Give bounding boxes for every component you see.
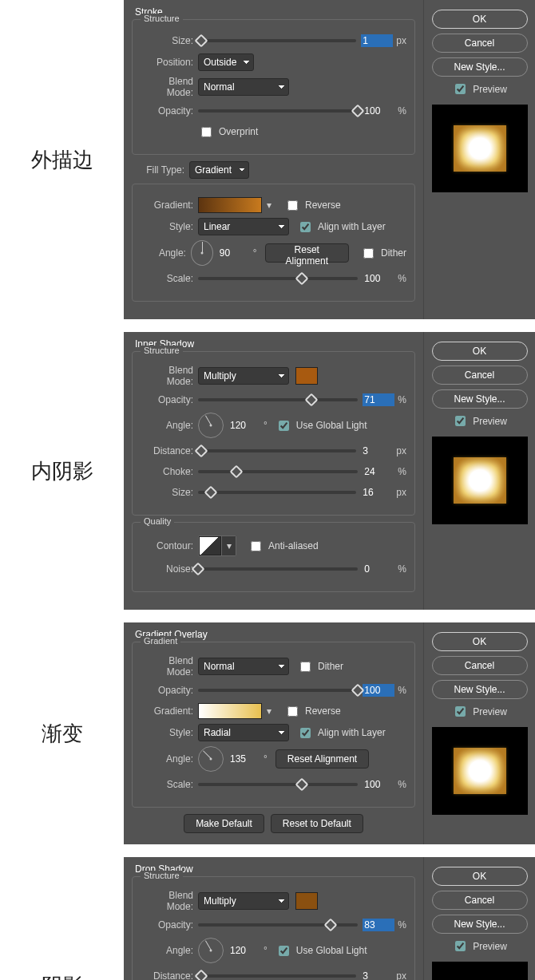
color-swatch[interactable] <box>295 892 318 910</box>
newstyle-button[interactable]: New Style... <box>432 680 528 699</box>
side-panel: OK Cancel New Style... Preview <box>423 0 535 319</box>
blendmode-select[interactable]: Multiply <box>198 892 289 910</box>
preview-checkbox[interactable]: Preview <box>424 413 535 429</box>
dither-checkbox[interactable]: Dither <box>360 246 406 261</box>
blendmode-select[interactable]: Normal <box>198 78 289 96</box>
cancel-button[interactable]: Cancel <box>432 891 528 910</box>
angle-dial[interactable] <box>198 413 224 438</box>
newstyle-button[interactable]: New Style... <box>432 915 528 934</box>
distance-input[interactable] <box>361 445 393 457</box>
choke-input[interactable] <box>363 465 394 478</box>
blendmode-select[interactable]: Multiply <box>198 367 289 385</box>
opacity-label: Opacity: <box>141 394 198 405</box>
style-label: Style: <box>141 221 198 232</box>
fieldset-legend: Structure <box>141 14 183 23</box>
opacity-input[interactable] <box>363 919 394 931</box>
size-input[interactable] <box>361 486 393 499</box>
inner-shadow-block: 内阴影 Inner Shadow Structure Blend Mode: M… <box>0 332 535 610</box>
angle-label: Angle: <box>141 420 198 431</box>
blendmode-label: Blend Mode: <box>141 655 198 678</box>
gradient-label: Gradient: <box>141 705 198 717</box>
cancel-button[interactable]: Cancel <box>432 34 528 53</box>
gradient-overlay-panel: Gradient Overlay Gradient Blend Mode: No… <box>124 622 423 844</box>
angle-dial[interactable] <box>198 938 224 963</box>
newstyle-button[interactable]: New Style... <box>432 57 528 77</box>
angle-input[interactable] <box>218 247 250 259</box>
cancel-button[interactable]: Cancel <box>432 366 528 385</box>
position-select[interactable]: Outside <box>198 53 254 71</box>
opacity-slider[interactable] <box>198 923 358 927</box>
noise-slider[interactable] <box>198 567 358 571</box>
size-slider[interactable] <box>198 491 356 494</box>
opacity-input[interactable] <box>363 684 394 697</box>
align-checkbox[interactable]: Align with Layer <box>297 219 386 235</box>
preview-checkbox[interactable]: Preview <box>424 939 535 954</box>
scale-slider[interactable] <box>198 277 358 280</box>
angle-label: Angle: <box>141 247 191 259</box>
global-light-checkbox[interactable]: Use Global Light <box>275 418 367 433</box>
reset-alignment-button[interactable]: Reset Alignment <box>265 243 349 263</box>
style-select[interactable]: Radial <box>198 724 289 741</box>
opacity-label: Opacity: <box>141 919 198 931</box>
size-slider[interactable] <box>198 39 356 42</box>
style-select[interactable]: Linear <box>198 218 289 235</box>
opacity-input[interactable] <box>363 105 394 117</box>
scale-slider[interactable] <box>198 783 358 786</box>
opacity-input[interactable] <box>363 393 394 406</box>
choke-slider[interactable] <box>198 470 358 473</box>
ok-button[interactable]: OK <box>432 867 528 886</box>
angle-input[interactable] <box>228 944 260 957</box>
angle-dial[interactable] <box>191 240 213 266</box>
unit-pct: % <box>398 105 406 117</box>
drop-shadow-block: 阴影 Drop Shadow Structure Blend Mode: Mul… <box>0 857 535 980</box>
chevron-down-icon[interactable]: ▾ <box>262 200 276 211</box>
filltype-select[interactable]: Gradient <box>189 161 249 179</box>
scale-input[interactable] <box>363 272 394 285</box>
opacity-slider[interactable] <box>198 398 358 401</box>
reset-alignment-button[interactable]: Reset Alignment <box>275 749 369 769</box>
chevron-down-icon[interactable]: ▾ <box>262 705 276 717</box>
size-input[interactable] <box>361 34 393 47</box>
cn-label-stroke: 外描边 <box>0 0 124 319</box>
scale-input[interactable] <box>363 778 394 791</box>
noise-input[interactable] <box>363 563 394 575</box>
newstyle-button[interactable]: New Style... <box>432 389 528 409</box>
distance-slider[interactable] <box>198 449 356 452</box>
blendmode-select[interactable]: Normal <box>198 658 289 675</box>
global-light-checkbox[interactable]: Use Global Light <box>275 943 367 958</box>
angle-dial[interactable] <box>198 746 224 772</box>
preview-box <box>432 727 528 815</box>
cancel-button[interactable]: Cancel <box>432 656 528 675</box>
preview-box <box>432 437 528 524</box>
distance-input[interactable] <box>361 970 393 980</box>
unit-deg: ° <box>253 247 257 259</box>
dither-checkbox[interactable]: Dither <box>297 659 343 674</box>
color-swatch[interactable] <box>295 367 318 385</box>
align-checkbox[interactable]: Align with Layer <box>297 725 386 741</box>
make-default-button[interactable]: Make Default <box>184 814 264 833</box>
stroke-block: 外描边 Stroke Structure Size: px Position: … <box>0 0 535 319</box>
ok-button[interactable]: OK <box>432 342 528 361</box>
reset-default-button[interactable]: Reset to Default <box>271 814 363 833</box>
antialiased-checkbox[interactable]: Anti-aliased <box>248 539 319 554</box>
chevron-down-icon[interactable]: ▾ <box>221 536 236 555</box>
distance-slider[interactable] <box>198 974 356 978</box>
drop-shadow-panel: Drop Shadow Structure Blend Mode: Multip… <box>124 857 423 980</box>
reverse-checkbox[interactable]: Reverse <box>284 704 341 719</box>
preview-checkbox[interactable]: Preview <box>424 81 535 97</box>
opacity-slider[interactable] <box>198 109 358 113</box>
overprint-checkbox[interactable]: Overprint <box>198 124 258 140</box>
ok-button[interactable]: OK <box>432 10 528 29</box>
opacity-slider[interactable] <box>198 689 358 692</box>
ok-button[interactable]: OK <box>432 632 528 651</box>
contour-label: Contour: <box>141 540 198 551</box>
reverse-checkbox[interactable]: Reverse <box>284 198 341 213</box>
preview-checkbox[interactable]: Preview <box>424 704 535 719</box>
contour-picker[interactable]: ▾ <box>198 535 236 556</box>
angle-input[interactable] <box>228 753 260 765</box>
choke-label: Choke: <box>141 466 198 477</box>
gradient-swatch[interactable] <box>198 197 262 213</box>
angle-input[interactable] <box>228 419 260 432</box>
style-label: Style: <box>141 727 198 738</box>
gradient-swatch[interactable] <box>198 703 262 719</box>
